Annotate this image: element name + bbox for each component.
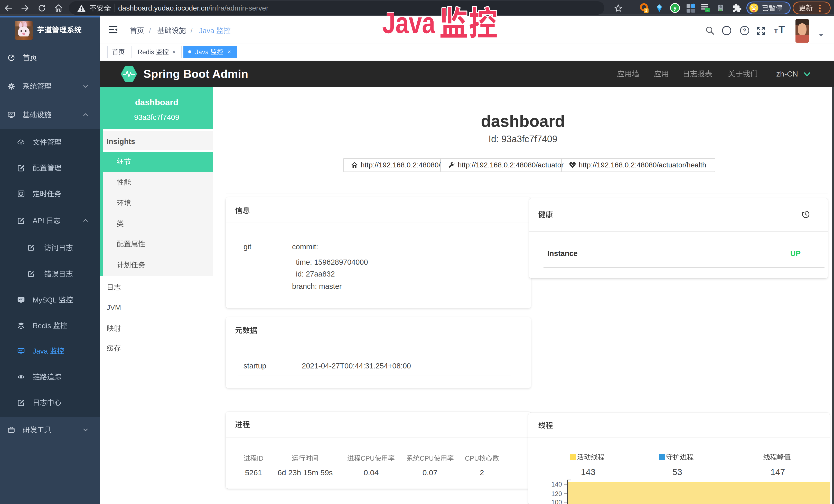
svg-text:y: y: [674, 5, 677, 11]
svg-text:?: ?: [743, 27, 746, 33]
svg-text:1: 1: [645, 8, 647, 13]
svg-text:on: on: [706, 9, 709, 12]
